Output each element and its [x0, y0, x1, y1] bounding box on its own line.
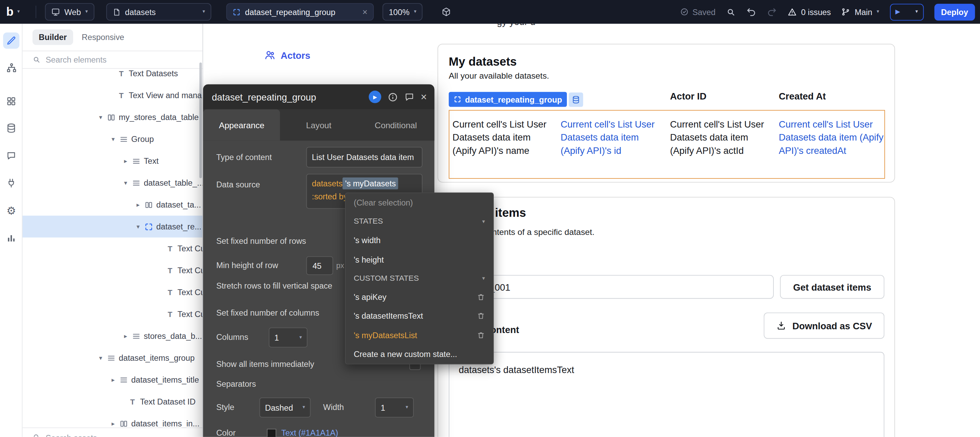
- create-custom-state-option[interactable]: Create a new custom state...: [346, 345, 493, 364]
- trash-icon[interactable]: [477, 312, 485, 320]
- rg-cell-actid[interactable]: Current cell's List User Datasets data i…: [670, 118, 765, 157]
- separator-style-value: Dashed: [265, 403, 293, 412]
- caret-closed-icon[interactable]: ▸: [109, 376, 118, 383]
- property-editor-header[interactable]: dataset_repeating_group ▶ ×: [203, 84, 434, 110]
- option-mydatasetslist[interactable]: 's myDatasetsList: [346, 326, 493, 344]
- tree-item-group[interactable]: ▾Group: [22, 128, 202, 150]
- comment-icon[interactable]: [404, 92, 414, 102]
- data-source-chip[interactable]: [569, 92, 583, 107]
- deploy-button[interactable]: Deploy: [934, 3, 975, 20]
- tab-conditional[interactable]: Conditional: [357, 110, 434, 141]
- caret-open-icon[interactable]: ▾: [96, 114, 105, 121]
- tree-item-dataset-table[interactable]: ▾dataset_table_...: [22, 172, 202, 194]
- states-section-header[interactable]: STATES▾: [346, 212, 493, 231]
- option-width[interactable]: 's width: [346, 231, 493, 250]
- close-tab-icon[interactable]: ×: [363, 8, 368, 16]
- tree-item-my-stores-data-table[interactable]: ▾my_stores_data_table: [22, 106, 202, 128]
- tab-builder[interactable]: Builder: [32, 29, 73, 45]
- branch-select[interactable]: Main ▾: [842, 7, 879, 16]
- caret-closed-icon[interactable]: ▸: [121, 332, 130, 339]
- search-assets-placeholder[interactable]: Search assets: [46, 433, 97, 437]
- element-preview-icon[interactable]: ▶: [369, 91, 382, 103]
- tree-item-dataset-items-title[interactable]: ▸dataset_items_title: [22, 369, 202, 391]
- close-icon[interactable]: ×: [421, 92, 427, 102]
- tab-layout[interactable]: Layout: [280, 110, 357, 141]
- rg-cell-id[interactable]: Current cell's List User Datasets data i…: [561, 118, 656, 157]
- trash-icon[interactable]: [477, 293, 485, 301]
- option-width-label: 's width: [354, 236, 381, 245]
- caret-open-icon[interactable]: ▾: [121, 180, 130, 186]
- trash-icon[interactable]: [477, 331, 485, 339]
- redo-icon[interactable]: [767, 7, 776, 17]
- caret-closed-icon[interactable]: ▸: [121, 157, 130, 164]
- tree-item-text-cu-1[interactable]: TText Cu...: [22, 238, 202, 259]
- selected-element-chip[interactable]: dataset_repeating_group: [449, 92, 567, 107]
- bubble-logo-menu[interactable]: b ▾: [6, 3, 20, 21]
- rg-cell-createdat[interactable]: Current cell's List User Datasets data i…: [779, 118, 884, 157]
- page-select[interactable]: datasets ▾: [107, 3, 211, 21]
- tree-item-text-cu-3[interactable]: TText Cu...: [22, 281, 202, 303]
- tree-item-label: Text Cu...: [177, 310, 202, 319]
- element-tree-panel: Builder Responsive TText Datasets TText …: [22, 24, 203, 437]
- chevron-down-icon: ▾: [877, 9, 879, 14]
- tree-item-text-dataset-id[interactable]: TText Dataset ID: [22, 391, 202, 412]
- tree-item-stores-data-b[interactable]: ▸stores_data_b...: [22, 325, 202, 347]
- data-tab-icon[interactable]: [3, 120, 19, 137]
- undo-icon[interactable]: [746, 7, 756, 17]
- tree-item-text-group[interactable]: ▸Text: [22, 150, 202, 172]
- custom-states-section-header[interactable]: CUSTOM STATES▾: [346, 269, 493, 288]
- left-icon-rail: ⚙: [0, 24, 22, 437]
- option-datasetitemstext[interactable]: 's datasetItemsText: [346, 307, 493, 326]
- zoom-select[interactable]: 100% ▾: [383, 3, 423, 21]
- settings-tab-icon[interactable]: ⚙: [3, 202, 19, 219]
- option-apikey[interactable]: 's apiKey: [346, 288, 493, 307]
- open-element-tab[interactable]: dataset_repeating_group ×: [226, 3, 374, 21]
- separator-width-select[interactable]: 1▾: [375, 397, 414, 417]
- components-tab-icon[interactable]: [3, 93, 19, 110]
- color-swatch[interactable]: [267, 429, 276, 437]
- min-height-input[interactable]: [306, 256, 333, 275]
- download-csv-button[interactable]: Download as CSV: [764, 313, 885, 339]
- caret-open-icon[interactable]: ▾: [96, 354, 105, 361]
- rg-cell-name[interactable]: Current cell's List User Datasets data i…: [452, 118, 556, 157]
- caret-closed-icon[interactable]: ▸: [134, 202, 143, 208]
- platform-select[interactable]: Web ▾: [45, 3, 94, 21]
- logs-tab-icon[interactable]: [3, 230, 19, 246]
- tree-item-text-view[interactable]: TText View and mana...: [22, 84, 202, 106]
- expression-selected-token[interactable]: 's myDatasets: [343, 178, 398, 189]
- tab-responsive[interactable]: Responsive: [82, 32, 124, 42]
- preview-button[interactable]: ▶ ▾: [890, 3, 924, 20]
- tree-item-text-cu-2[interactable]: TText Cu...: [22, 259, 202, 281]
- download-csv-label: Download as CSV: [792, 320, 872, 331]
- design-tab-icon[interactable]: [3, 32, 19, 49]
- tree-item-text-cu-4[interactable]: TText Cu...: [22, 303, 202, 325]
- platform-label: Web: [64, 7, 81, 16]
- columns-select[interactable]: 1▾: [269, 327, 307, 347]
- tab-appearance[interactable]: Appearance: [203, 110, 280, 141]
- separator-style-select[interactable]: Dashed▾: [259, 397, 311, 417]
- plugins-tab-icon[interactable]: [3, 175, 19, 191]
- color-value-link[interactable]: Text (#1A1A1A): [282, 428, 338, 437]
- dataset-id-input[interactable]: [449, 275, 773, 299]
- get-dataset-items-button[interactable]: Get dataset items: [780, 275, 884, 299]
- caret-open-icon[interactable]: ▾: [134, 223, 143, 230]
- styles-tab-icon[interactable]: [3, 147, 19, 164]
- info-icon[interactable]: [387, 92, 398, 102]
- data-source-label: Data source: [216, 180, 260, 189]
- caret-open-icon[interactable]: ▾: [109, 136, 118, 143]
- caret-closed-icon[interactable]: ▸: [109, 420, 118, 427]
- search-icon[interactable]: [726, 7, 735, 16]
- workflow-tab-icon[interactable]: [3, 59, 19, 76]
- expression-base[interactable]: datasets: [312, 179, 343, 188]
- component-library-icon[interactable]: [441, 3, 451, 21]
- issues-indicator[interactable]: 0 issues: [788, 7, 831, 16]
- tree-item-dataset-repeating-group-selected[interactable]: ▾dataset_re...: [22, 216, 202, 238]
- type-of-content-select[interactable]: List User Datasets data item: [306, 147, 423, 168]
- clear-selection-option[interactable]: (Clear selection): [346, 193, 493, 212]
- custom-state-dropdown: (Clear selection) STATES▾ 's width 's he…: [345, 192, 494, 364]
- option-height[interactable]: 's height: [346, 250, 493, 269]
- tree-item-dataset-items-group[interactable]: ▾dataset_items_group: [22, 347, 202, 369]
- tree-item-dataset-ta[interactable]: ▸dataset_ta...: [22, 194, 202, 216]
- tree-item-text-datasets[interactable]: TText Datasets: [22, 63, 202, 84]
- group-element-icon: [130, 178, 143, 188]
